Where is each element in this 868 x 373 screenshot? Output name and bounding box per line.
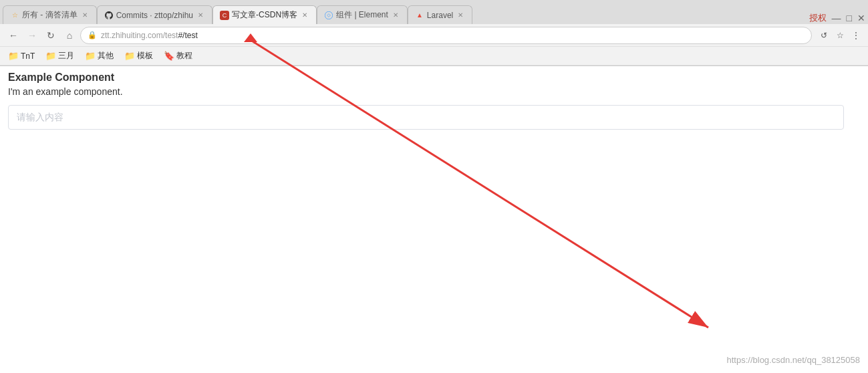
folder-icon-other: 📁	[85, 51, 96, 61]
lock-icon: 🔒	[88, 31, 97, 39]
tab-label-csdn: 写文章-CSDN博客	[232, 9, 297, 21]
close-button[interactable]: ✕	[857, 13, 865, 23]
tab-icon-element	[324, 11, 333, 20]
bookmark-tnt[interactable]: 📁 TnT	[5, 49, 37, 62]
tab-github[interactable]: Commits · zttop/zhihu ✕	[97, 5, 212, 24]
tab-icon-dropdrop: ☆	[10, 11, 19, 20]
tab-close-element[interactable]: ✕	[391, 11, 400, 20]
component-description: I'm an example component.	[8, 86, 860, 97]
text-input-wrapper[interactable]: 请输入内容	[8, 105, 844, 130]
bookmark-label-template: 模板	[137, 50, 153, 61]
bookmark-icon-tutorial: 🔖	[164, 51, 174, 61]
tab-icon-csdn: C	[220, 11, 229, 20]
watermark: https://blog.csdn.net/qq_38125058	[727, 355, 861, 365]
bookmark-label-march: 三月	[58, 50, 74, 61]
input-placeholder: 请输入内容	[17, 112, 63, 122]
tab-close-github[interactable]: ✕	[196, 11, 205, 20]
tab-label-dropdrop: 所有 - 滴答清单	[22, 9, 78, 21]
tab-icon-github	[104, 11, 114, 20]
url-prefix: ztt.zhihuiting.com/test	[101, 31, 178, 40]
bookmark-tutorial[interactable]: 🔖 教程	[161, 49, 195, 63]
svg-point-0	[325, 11, 333, 19]
folder-icon-march: 📁	[45, 51, 56, 61]
star-icon[interactable]: ☆	[833, 29, 847, 42]
folder-icon-template: 📁	[124, 51, 135, 61]
browser-extras: ↺ ☆ ⋮	[817, 29, 863, 42]
tab-dropdrop[interactable]: ☆ 所有 - 滴答清单 ✕	[3, 5, 97, 24]
tab-label-laravel: Laravel	[427, 11, 453, 20]
back-button[interactable]: ←	[5, 27, 21, 43]
home-button[interactable]: ⌂	[61, 27, 78, 43]
browser-frame: ☆ 所有 - 滴答清单 ✕ Commits · zttop/zhihu ✕ C …	[0, 0, 868, 66]
tab-label-element: 组件 | Element	[336, 9, 388, 21]
bookmark-label-tnt: TnT	[21, 51, 35, 61]
tab-element[interactable]: 组件 | Element ✕	[317, 5, 408, 24]
bookmark-march[interactable]: 📁 三月	[43, 49, 77, 63]
folder-icon-tnt: 📁	[8, 51, 19, 61]
tab-laravel[interactable]: ▲ Laravel ✕	[408, 5, 472, 24]
minimize-button[interactable]: —	[832, 13, 841, 23]
tab-close-csdn[interactable]: ✕	[300, 11, 309, 20]
forward-button[interactable]: →	[24, 27, 40, 43]
window-controls: 授权 — □ ✕	[809, 12, 865, 24]
refresh-button[interactable]: ↻	[43, 27, 59, 43]
bookmarks-bar: 📁 TnT 📁 三月 📁 其他 📁 模板 🔖 教程	[0, 47, 868, 66]
maximize-button[interactable]: □	[847, 13, 852, 23]
bookmark-other[interactable]: 📁 其他	[82, 49, 116, 63]
menu-icon[interactable]: ⋮	[849, 29, 863, 42]
tab-csdn[interactable]: C 写文章-CSDN博客 ✕	[212, 5, 317, 24]
tab-close-laravel[interactable]: ✕	[456, 11, 465, 20]
tab-close-dropdrop[interactable]: ✕	[80, 11, 90, 20]
tab-bar: ☆ 所有 - 滴答清单 ✕ Commits · zttop/zhihu ✕ C …	[0, 0, 868, 24]
navigation-bar: ← → ↻ ⌂ 🔒 ztt.zhihuiting.com/test#/test …	[0, 24, 868, 47]
page-content: Example Component I'm an example compone…	[0, 66, 868, 135]
bookmark-template[interactable]: 📁 模板	[122, 49, 156, 63]
tab-label-github: Commits · zttop/zhihu	[116, 11, 193, 20]
signin-link[interactable]: 授权	[809, 12, 827, 24]
tab-icon-laravel: ▲	[415, 11, 424, 20]
bookmark-label-tutorial: 教程	[176, 50, 192, 61]
component-title: Example Component	[8, 72, 860, 84]
url-suffix: #/test	[178, 31, 197, 40]
refresh-icon[interactable]: ↺	[817, 29, 831, 42]
address-text: ztt.zhihuiting.com/test#/test	[101, 31, 805, 40]
address-bar[interactable]: 🔒 ztt.zhihuiting.com/test#/test	[80, 27, 812, 44]
bookmark-label-other: 其他	[98, 50, 114, 61]
